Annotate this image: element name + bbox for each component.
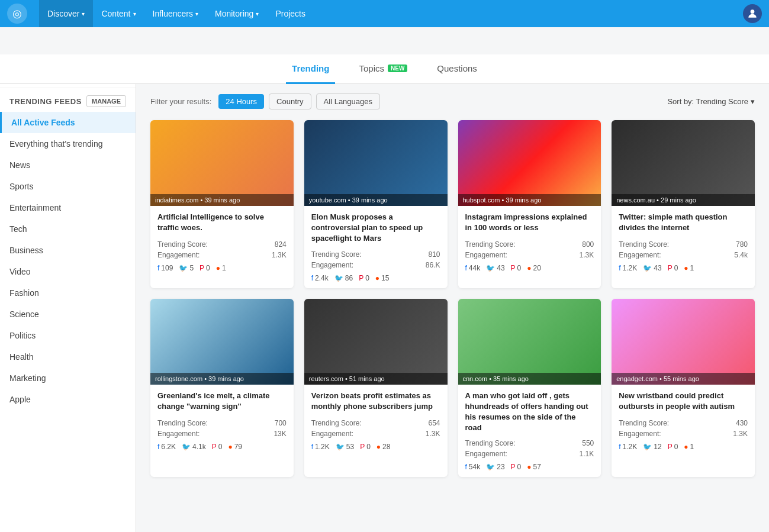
sidebar-item-science[interactable]: Science	[0, 304, 136, 325]
card-social: f 2.4k 🐦 86 P 0 ● 15	[311, 274, 440, 282]
engagement-label: Engagement:	[311, 261, 353, 269]
facebook-value: 2.4k	[315, 274, 329, 282]
card-engagement-row: Engagement: 86.K	[311, 261, 440, 269]
card-item[interactable]: rollingstone.com • 39 mins ago Greenland…	[150, 299, 294, 478]
tab-questions[interactable]: Questions	[431, 54, 483, 84]
card-image-placeholder	[458, 120, 601, 206]
nav-item-monitoring[interactable]: Monitoring ▾	[207, 0, 267, 27]
avatar[interactable]	[743, 4, 762, 23]
sidebar-item-everything-trending[interactable]: Everything that's trending	[0, 133, 136, 154]
card-trending-row: Trending Score: 550	[465, 439, 594, 447]
pinterest-count: P 0	[360, 443, 371, 451]
reddit-value: 15	[381, 274, 389, 282]
twitter-count: 🐦 23	[486, 463, 504, 471]
facebook-value: 44k	[469, 264, 480, 272]
sidebar-item-all-active-feeds[interactable]: All Active Feeds	[0, 112, 136, 133]
pinterest-icon: P	[668, 264, 673, 272]
nav-item-influencers[interactable]: Influencers ▾	[144, 0, 207, 27]
facebook-icon: f	[157, 443, 159, 451]
sidebar-item-news[interactable]: News	[0, 154, 136, 176]
reddit-value: 1	[222, 264, 226, 272]
sidebar-item-apple[interactable]: Apple	[0, 389, 136, 410]
reddit-icon: ●	[527, 264, 531, 272]
card-item[interactable]: cnn.com • 35 mins ago A man who got laid…	[458, 299, 601, 478]
card-image-placeholder	[304, 120, 448, 206]
engagement-label: Engagement:	[157, 430, 200, 438]
card-title: Twitter: simple math question divides th…	[619, 212, 748, 234]
pinterest-value: 0	[218, 443, 223, 451]
twitter-value: 43	[654, 264, 661, 272]
tab-topics[interactable]: Topics NEW	[353, 54, 413, 84]
card-item[interactable]: hubspot.com • 39 mins ago Instagram impr…	[458, 120, 601, 288]
card-time: 35 mins ago	[493, 375, 529, 382]
card-item[interactable]: news.com.au • 29 mins ago Twitter: simpl…	[612, 120, 755, 288]
pinterest-value: 0	[674, 443, 678, 451]
card-trending-row: Trending Score: 430	[619, 419, 748, 427]
card-source-bar: news.com.au • 29 mins ago	[612, 194, 755, 206]
facebook-icon: f	[465, 264, 467, 272]
filter-country[interactable]: Country	[269, 93, 311, 109]
card-item[interactable]: engadget.com • 55 mins ago New wristband…	[612, 299, 755, 478]
sort-button[interactable]: Sort by: Trending Score ▾	[667, 97, 755, 106]
engagement-value: 5.4k	[734, 251, 748, 259]
card-body: Greenland's ice melt, a climate change "…	[150, 385, 294, 457]
card-source: reuters.com	[309, 375, 343, 382]
sidebar-item-business[interactable]: Business	[0, 240, 136, 261]
reddit-count: ● 57	[527, 463, 541, 471]
reddit-icon: ●	[377, 443, 381, 451]
trending-score-label: Trending Score:	[157, 419, 208, 427]
card-time: 51 mins ago	[349, 375, 385, 382]
card-source: hubspot.com	[463, 196, 500, 204]
chevron-down-icon: ▾	[133, 11, 136, 17]
pinterest-value: 0	[674, 264, 678, 272]
nav-item-discover[interactable]: Discover ▾	[39, 0, 93, 27]
card-image-placeholder	[304, 299, 448, 385]
chevron-down-icon: ▾	[751, 97, 755, 106]
card-title: Verizon beats profit estimates as monthl…	[311, 391, 440, 413]
sidebar-item-marketing[interactable]: Marketing	[0, 367, 136, 389]
trending-score-label: Trending Score:	[619, 240, 669, 249]
card-body: Twitter: simple math question divides th…	[612, 206, 755, 278]
sidebar-item-fashion[interactable]: Fashion	[0, 282, 136, 304]
card-trending-row: Trending Score: 700	[157, 419, 287, 427]
engagement-value: 86.K	[426, 261, 440, 269]
filter-24hours[interactable]: 24 Hours	[218, 94, 264, 109]
facebook-value: 6.2K	[161, 443, 176, 451]
sidebar-item-health[interactable]: Health	[0, 346, 136, 367]
sub-navigation: Trending Topics NEW Questions	[0, 54, 769, 84]
card-title: New wristband could predict outbursts in…	[619, 391, 748, 413]
pinterest-count: P 0	[212, 443, 223, 451]
tab-trending[interactable]: Trending	[286, 54, 335, 84]
engagement-value: 1.3K	[272, 251, 287, 259]
sidebar-item-sports[interactable]: Sports	[0, 176, 136, 197]
sidebar-item-video[interactable]: Video	[0, 261, 136, 282]
card-item[interactable]: reuters.com • 51 mins ago Verizon beats …	[304, 299, 448, 478]
twitter-value: 23	[497, 463, 504, 471]
card-source-bar: rollingstone.com • 39 mins ago	[150, 373, 294, 385]
trending-score-value: 654	[428, 419, 440, 427]
pinterest-count: P 0	[511, 463, 522, 471]
sidebar-item-entertainment[interactable]: Entertainment	[0, 197, 136, 218]
sidebar: New Feed + CREATE FEED Trending Feeds MA…	[0, 57, 136, 532]
card-social: f 1.2K 🐦 43 P 0 ● 1	[619, 264, 748, 272]
nav-item-content[interactable]: Content ▾	[93, 0, 144, 27]
card-item[interactable]: indiatimes.com • 39 mins ago Artificial …	[150, 120, 294, 288]
reddit-icon: ●	[684, 443, 688, 451]
twitter-count: 🐦 43	[643, 264, 661, 272]
sidebar-item-politics[interactable]: Politics	[0, 325, 136, 346]
card-time: 39 mins ago	[208, 375, 244, 382]
nav-item-projects[interactable]: Projects	[267, 0, 314, 27]
pinterest-icon: P	[511, 264, 516, 272]
engagement-label: Engagement:	[157, 251, 200, 259]
sidebar-item-tech[interactable]: Tech	[0, 218, 136, 240]
manage-button[interactable]: MANAGE	[86, 95, 126, 107]
card-title: Artificial Intelligence to solve traffic…	[157, 212, 287, 234]
twitter-icon: 🐦	[643, 264, 652, 272]
pinterest-value: 0	[517, 463, 522, 471]
pinterest-icon: P	[212, 443, 217, 451]
logo[interactable]: ◎	[7, 4, 27, 24]
pinterest-value: 0	[365, 274, 369, 282]
card-item[interactable]: youtube.com • 39 mins ago Elon Musk prop…	[304, 120, 448, 288]
reddit-count: ● 20	[527, 264, 541, 272]
filter-languages[interactable]: All Languages	[316, 93, 380, 109]
